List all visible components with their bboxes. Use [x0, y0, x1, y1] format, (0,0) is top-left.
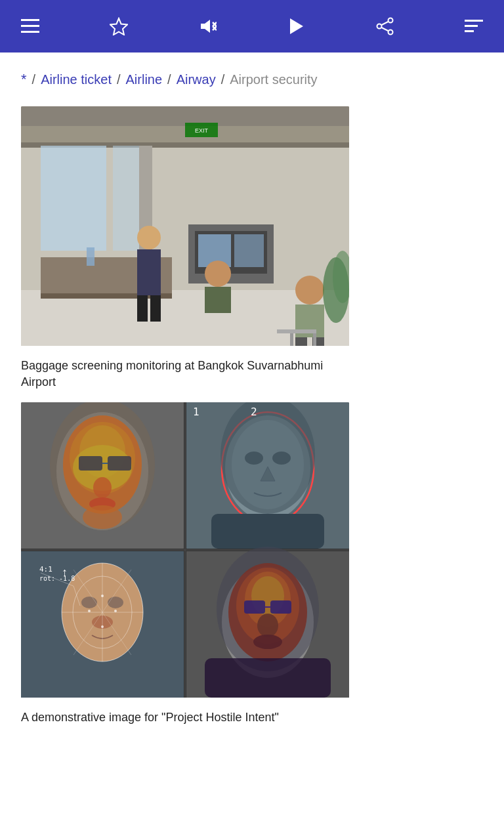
- svg-point-90: [88, 610, 91, 612]
- breadcrumb-star[interactable]: *: [21, 71, 27, 88]
- airport-image: EXIT: [21, 106, 349, 348]
- svg-rect-33: [137, 249, 161, 295]
- airport-image-caption: Baggage screening monitoring at Bangkok …: [21, 348, 349, 402]
- svg-rect-17: [465, 30, 474, 32]
- svg-point-32: [137, 226, 161, 249]
- svg-rect-45: [87, 247, 94, 266]
- svg-rect-31: [234, 234, 264, 267]
- thermal-image: 1 2: [21, 402, 349, 700]
- svg-point-92: [101, 625, 104, 628]
- menu-icon[interactable]: [16, 12, 45, 41]
- svg-text:EXIT: EXIT: [195, 127, 209, 134]
- svg-point-66: [60, 409, 145, 520]
- svg-marker-4: [201, 20, 210, 33]
- svg-point-81: [108, 597, 123, 608]
- svg-rect-37: [205, 287, 231, 313]
- breadcrumb-item-airline[interactable]: Airline: [126, 72, 163, 87]
- svg-rect-43: [290, 333, 293, 346]
- breadcrumb-sep-1: /: [117, 72, 121, 87]
- svg-rect-108: [205, 658, 331, 698]
- svg-text:1: 1: [193, 406, 200, 418]
- thermal-svg: 1 2: [21, 402, 349, 698]
- svg-point-36: [205, 261, 231, 287]
- svg-line-14: [381, 28, 388, 31]
- overflow-menu-icon[interactable]: [459, 12, 488, 41]
- mute-icon[interactable]: [193, 12, 222, 41]
- svg-text:2: 2: [251, 406, 257, 418]
- svg-point-10: [388, 18, 392, 23]
- svg-rect-15: [465, 20, 483, 22]
- svg-marker-3: [110, 18, 127, 35]
- svg-rect-0: [21, 19, 39, 21]
- airport-svg: EXIT: [21, 106, 349, 346]
- svg-text:4:1: 4:1: [39, 565, 52, 574]
- breadcrumb: * / Airline ticket / Airline / Airway / …: [0, 52, 504, 98]
- svg-point-38: [295, 276, 324, 304]
- svg-rect-1: [21, 25, 39, 27]
- breadcrumb-item-airline-ticket[interactable]: Airline ticket: [41, 72, 112, 87]
- star-icon[interactable]: [104, 12, 133, 41]
- svg-rect-44: [313, 333, 316, 346]
- share-icon[interactable]: [371, 12, 400, 41]
- svg-point-80: [81, 597, 97, 608]
- svg-rect-75: [211, 514, 324, 549]
- svg-point-89: [101, 595, 104, 597]
- svg-rect-34: [137, 295, 148, 322]
- svg-line-13: [381, 22, 388, 25]
- svg-point-91: [114, 610, 117, 612]
- svg-rect-22: [41, 146, 106, 251]
- breadcrumb-sep-2: /: [167, 72, 171, 87]
- svg-point-107: [217, 547, 319, 671]
- svg-text:↑: ↑: [62, 566, 68, 579]
- thermal-image-caption: A demonstrative image for "Project Hosti…: [21, 700, 349, 738]
- breadcrumb-item-airway[interactable]: Airway: [177, 72, 216, 87]
- svg-text:rot: -1.8: rot: -1.8: [39, 575, 75, 582]
- airport-image-block: EXIT Baggage screening monitoring at Ban…: [21, 106, 483, 402]
- topbar: [0, 0, 504, 52]
- svg-rect-2: [21, 31, 39, 33]
- svg-point-74: [225, 417, 310, 519]
- thermal-image-block: 1 2: [21, 402, 483, 738]
- svg-rect-35: [150, 295, 161, 322]
- svg-marker-9: [290, 18, 303, 34]
- breadcrumb-sep-3: /: [221, 72, 225, 87]
- main-content: EXIT Baggage screening monitoring at Ban…: [0, 98, 504, 759]
- svg-rect-40: [295, 337, 307, 346]
- svg-point-11: [388, 30, 392, 35]
- svg-point-12: [377, 24, 381, 29]
- breadcrumb-sep-0: /: [32, 72, 36, 87]
- svg-rect-42: [277, 329, 316, 333]
- svg-rect-16: [465, 25, 478, 27]
- breadcrumb-item-airport-security: Airport security: [230, 72, 317, 87]
- play-icon[interactable]: [282, 12, 311, 41]
